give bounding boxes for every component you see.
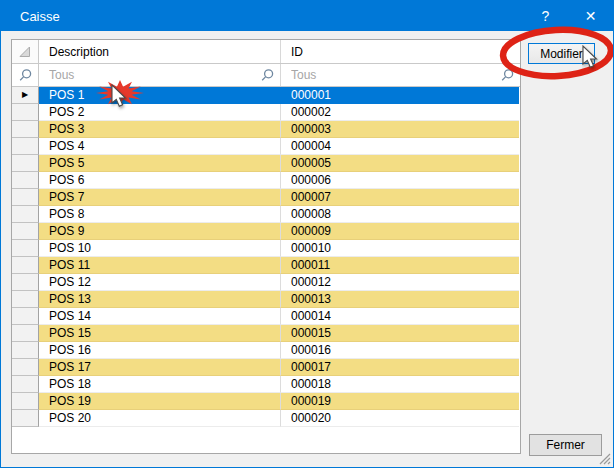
title-bar[interactable]: Caisse ? ✕ <box>1 1 613 31</box>
id-cell[interactable]: 000004 <box>280 138 519 155</box>
row-indicator-cell[interactable] <box>12 189 39 206</box>
id-cell[interactable]: 000008 <box>280 206 519 223</box>
row-indicator-cell[interactable] <box>12 155 39 172</box>
description-cell[interactable]: POS 14 <box>39 308 281 325</box>
help-button[interactable]: ? <box>523 1 568 31</box>
row-indicator-cell[interactable]: ▶ <box>12 87 39 104</box>
id-cell[interactable]: 000001 <box>280 87 519 104</box>
row-indicator-cell[interactable] <box>12 359 39 376</box>
column-header-id[interactable]: ID <box>281 40 520 63</box>
row-indicator-cell[interactable] <box>12 257 39 274</box>
row-indicator-cell[interactable] <box>12 393 39 410</box>
table-row[interactable]: POS 19000019 <box>12 393 520 410</box>
close-button[interactable]: ✕ <box>568 1 613 31</box>
description-cell[interactable]: POS 7 <box>39 189 281 206</box>
row-indicator-cell[interactable] <box>12 291 39 308</box>
table-row[interactable]: POS 3000003 <box>12 121 520 138</box>
id-cell[interactable]: 000013 <box>280 291 519 308</box>
caisse-grid: Description ID <box>11 39 521 454</box>
table-row[interactable]: POS 7000007 <box>12 189 520 206</box>
table-row[interactable]: POS 17000017 <box>12 359 520 376</box>
id-cell[interactable]: 000018 <box>280 376 519 393</box>
table-row[interactable]: POS 14000014 <box>12 308 520 325</box>
table-row[interactable]: POS 9000009 <box>12 223 520 240</box>
description-cell[interactable]: POS 6 <box>39 172 281 189</box>
table-row[interactable]: POS 20000020 <box>12 410 520 427</box>
table-row[interactable]: POS 6000006 <box>12 172 520 189</box>
id-cell[interactable]: 000010 <box>280 240 519 257</box>
description-cell[interactable]: POS 10 <box>39 240 281 257</box>
description-cell[interactable]: POS 11 <box>39 257 281 274</box>
titlebar-buttons: ? ✕ <box>523 1 613 31</box>
search-icon[interactable] <box>260 68 275 83</box>
description-cell[interactable]: POS 4 <box>39 138 281 155</box>
row-indicator-cell[interactable] <box>12 138 39 155</box>
description-cell[interactable]: POS 18 <box>39 376 281 393</box>
id-cell[interactable]: 000009 <box>280 223 519 240</box>
id-cell[interactable]: 000020 <box>280 410 519 427</box>
row-indicator-cell[interactable] <box>12 240 39 257</box>
modifier-button[interactable]: Modifier <box>528 43 595 64</box>
table-row[interactable]: ▶POS 1000001 <box>12 87 520 104</box>
id-cell[interactable]: 000019 <box>280 393 519 410</box>
description-cell[interactable]: POS 13 <box>39 291 281 308</box>
id-cell[interactable]: 000014 <box>280 308 519 325</box>
table-row[interactable]: POS 16000016 <box>12 342 520 359</box>
resize-grip-icon[interactable] <box>598 452 611 465</box>
select-all-corner-triangle-icon <box>19 46 31 58</box>
id-cell[interactable]: 000003 <box>280 121 519 138</box>
table-row[interactable]: POS 5000005 <box>12 155 520 172</box>
column-header-description[interactable]: Description <box>39 40 281 63</box>
row-indicator-cell[interactable] <box>12 206 39 223</box>
search-icon <box>18 68 33 83</box>
id-cell[interactable]: 000002 <box>280 104 519 121</box>
window-title: Caisse <box>20 9 60 24</box>
description-cell[interactable]: POS 8 <box>39 206 281 223</box>
select-all-cell[interactable] <box>12 40 39 63</box>
caisse-dialog: Caisse ? ✕ Description ID <box>0 0 614 468</box>
row-indicator-cell[interactable] <box>12 342 39 359</box>
row-indicator-cell[interactable] <box>12 410 39 427</box>
id-cell[interactable]: 000006 <box>280 172 519 189</box>
row-indicator-cell[interactable] <box>12 121 39 138</box>
table-row[interactable]: POS 13000013 <box>12 291 520 308</box>
description-cell[interactable]: POS 15 <box>39 325 281 342</box>
row-indicator-cell[interactable] <box>12 104 39 121</box>
fermer-button[interactable]: Fermer <box>529 434 602 456</box>
current-row-marker-icon: ▶ <box>22 91 28 99</box>
description-cell[interactable]: POS 16 <box>39 342 281 359</box>
description-cell[interactable]: POS 19 <box>39 393 281 410</box>
description-cell[interactable]: POS 20 <box>39 410 281 427</box>
id-filter-input[interactable] <box>291 68 500 82</box>
id-cell[interactable]: 000005 <box>280 155 519 172</box>
description-filter-input[interactable] <box>49 68 260 82</box>
id-cell[interactable]: 000015 <box>280 325 519 342</box>
id-cell[interactable]: 000017 <box>280 359 519 376</box>
table-row[interactable]: POS 18000018 <box>12 376 520 393</box>
description-cell[interactable]: POS 17 <box>39 359 281 376</box>
description-cell[interactable]: POS 5 <box>39 155 281 172</box>
row-indicator-cell[interactable] <box>12 172 39 189</box>
table-row[interactable]: POS 15000015 <box>12 325 520 342</box>
id-cell[interactable]: 000011 <box>280 257 519 274</box>
row-indicator-cell[interactable] <box>12 308 39 325</box>
description-cell[interactable]: POS 1 <box>39 87 281 104</box>
table-row[interactable]: POS 4000004 <box>12 138 520 155</box>
row-indicator-cell[interactable] <box>12 325 39 342</box>
id-cell[interactable]: 000016 <box>280 342 519 359</box>
description-cell[interactable]: POS 9 <box>39 223 281 240</box>
table-row[interactable]: POS 11000011 <box>12 257 520 274</box>
table-row[interactable]: POS 10000010 <box>12 240 520 257</box>
search-icon[interactable] <box>500 68 515 83</box>
id-cell[interactable]: 000012 <box>280 274 519 291</box>
table-row[interactable]: POS 12000012 <box>12 274 520 291</box>
table-row[interactable]: POS 8000008 <box>12 206 520 223</box>
row-indicator-cell[interactable] <box>12 274 39 291</box>
description-cell[interactable]: POS 3 <box>39 121 281 138</box>
row-indicator-cell[interactable] <box>12 223 39 240</box>
description-cell[interactable]: POS 2 <box>39 104 281 121</box>
row-indicator-cell[interactable] <box>12 376 39 393</box>
id-cell[interactable]: 000007 <box>280 189 519 206</box>
description-cell[interactable]: POS 12 <box>39 274 281 291</box>
table-row[interactable]: POS 2000002 <box>12 104 520 121</box>
